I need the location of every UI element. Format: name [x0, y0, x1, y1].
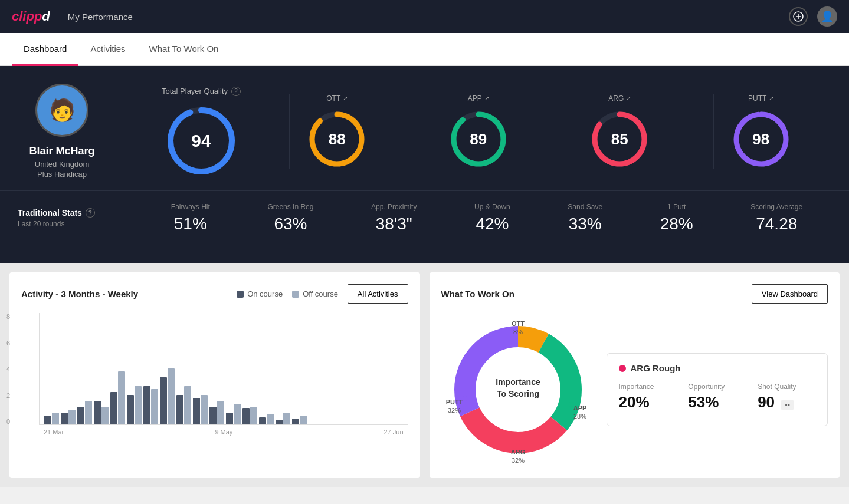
detail-shot-quality: Shot Quality 90 ▪▪: [758, 383, 815, 411]
player-handicap: Plus Handicap: [37, 170, 87, 179]
bar-light: [135, 386, 142, 424]
bar-group: [276, 413, 290, 424]
svg-text:32%: 32%: [511, 457, 524, 464]
trad-label: Traditional Stats ? Last 20 rounds: [18, 208, 124, 228]
legend-on-course-label: On course: [247, 289, 283, 298]
bottom-panels: Activity - 3 Months - Weekly On course O…: [0, 263, 849, 487]
bar-dark: [292, 419, 299, 424]
stat-gir-value: 63%: [274, 215, 307, 233]
bar-dark: [94, 401, 101, 424]
tab-activities[interactable]: Activities: [78, 33, 137, 66]
tab-what-to-work-on[interactable]: What To Work On: [137, 33, 231, 66]
bar-group: [259, 414, 274, 424]
add-button[interactable]: [789, 7, 808, 26]
importance-label: Importance: [619, 383, 677, 391]
chart-x-labels: 21 Mar 9 May 27 Jun: [39, 425, 408, 436]
bar-group: [94, 401, 109, 424]
stat-sandsave-label: Sand Save: [568, 203, 602, 211]
x-label-may: 9 May: [215, 429, 232, 436]
bar-group: [77, 401, 92, 424]
player-avatar: 🧑: [35, 84, 88, 137]
bar-group: [160, 368, 175, 424]
svg-text:OTT: OTT: [512, 320, 525, 327]
bar-dark: [176, 395, 183, 424]
header: clippd My Performance 👤: [0, 0, 849, 33]
total-quality-text: Total Player Quality: [162, 87, 228, 95]
stat-proximity-value: 38'3": [376, 215, 412, 233]
stat-oneputt: 1 Putt 28%: [660, 203, 693, 233]
app-value: 89: [470, 130, 487, 148]
all-activities-button[interactable]: All Activities: [348, 284, 408, 304]
work-detail: ARG Rough Importance 20% Opportunity 53%…: [607, 353, 828, 426]
stat-oneputt-label: 1 Putt: [667, 203, 686, 211]
bar-group: [176, 386, 191, 424]
work-panel-header: What To Work On View Dashboard: [441, 284, 828, 304]
total-quality-value: 94: [191, 131, 211, 151]
detail-metrics: Importance 20% Opportunity 53% Shot Qual…: [619, 383, 816, 411]
bar-light: [300, 416, 307, 424]
bar-light: [68, 410, 76, 424]
bar-light: [250, 407, 257, 424]
activity-panel-header: Activity - 3 Months - Weekly On course O…: [21, 284, 408, 304]
hero-section: 🧑 Blair McHarg United Kingdom Plus Handi…: [0, 66, 849, 263]
trad-help-icon[interactable]: ?: [86, 208, 95, 218]
bar-dark: [226, 413, 233, 424]
stat-proximity-label: App. Proximity: [371, 203, 417, 211]
total-quality-label: Total Player Quality ? 94: [136, 87, 266, 176]
arg-arrow: ↗: [626, 95, 631, 101]
chart-y-labels: 8 6 4 2 0: [6, 313, 10, 425]
traditional-stats: Traditional Stats ? Last 20 rounds Fairw…: [0, 190, 849, 245]
svg-text:APP: APP: [573, 404, 586, 411]
chart-bars: [39, 313, 408, 425]
score-arg: ARG ↗ 85: [572, 94, 667, 169]
bar-light: [201, 395, 208, 424]
bar-dark: [160, 377, 167, 424]
putt-arrow: ↗: [769, 95, 773, 101]
svg-text:8%: 8%: [513, 328, 523, 335]
detail-card: ARG Rough Importance 20% Opportunity 53%…: [607, 353, 828, 426]
user-avatar[interactable]: 👤: [817, 6, 837, 27]
bar-light: [101, 407, 109, 424]
bar-dark: [61, 413, 68, 424]
putt-value: 98: [752, 130, 769, 148]
app-label: APP: [468, 94, 482, 103]
bar-group: [242, 407, 257, 424]
header-title: My Performance: [68, 12, 789, 22]
shot-quality-badge: ▪▪: [781, 400, 794, 410]
stat-gir-label: Greens In Reg: [267, 203, 313, 211]
legend-on-course-dot: [237, 291, 244, 298]
view-dashboard-button[interactable]: View Dashboard: [752, 284, 828, 304]
shot-quality-label: Shot Quality: [758, 383, 815, 391]
help-icon[interactable]: ?: [231, 87, 241, 96]
detail-card-title: ARG Rough: [619, 363, 816, 373]
stat-fairways-value: 51%: [174, 215, 207, 233]
detail-importance: Importance 20%: [619, 383, 677, 411]
x-label-mar: 21 Mar: [44, 429, 64, 436]
legend-off-course: Off course: [292, 289, 338, 298]
bar-light: [118, 371, 125, 424]
activity-panel: Activity - 3 Months - Weekly On course O…: [9, 272, 420, 478]
detail-card-name: ARG Rough: [631, 363, 681, 373]
score-ott: OTT ↗ 88: [289, 94, 384, 169]
player-country: United Kingdom: [35, 160, 90, 169]
bar-group: [61, 410, 76, 424]
bar-dark: [77, 407, 84, 424]
bar-dark: [110, 392, 117, 424]
donut-chart: Importance To Scoring OTT 8% APP 28% ARG…: [441, 313, 595, 466]
tab-dashboard[interactable]: Dashboard: [12, 33, 78, 66]
svg-text:28%: 28%: [573, 413, 586, 420]
bar-group: [143, 386, 158, 424]
svg-point-30: [516, 440, 520, 445]
bar-group: [110, 371, 125, 424]
svg-text:PUTT: PUTT: [445, 398, 463, 406]
bar-dark: [259, 417, 266, 424]
stat-scoring-label: Scoring Average: [750, 203, 802, 211]
work-panel-title: What To Work On: [441, 289, 514, 299]
tabs-bar: Dashboard Activities What To Work On: [0, 33, 849, 66]
stat-updown-label: Up & Down: [474, 203, 510, 211]
activity-chart: 8 6 4 2 0: [21, 313, 408, 443]
bar-dark: [276, 420, 283, 424]
trad-title: Traditional Stats: [18, 208, 82, 218]
bar-dark: [193, 398, 200, 424]
stat-scoring: Scoring Average 74.28: [750, 203, 802, 233]
